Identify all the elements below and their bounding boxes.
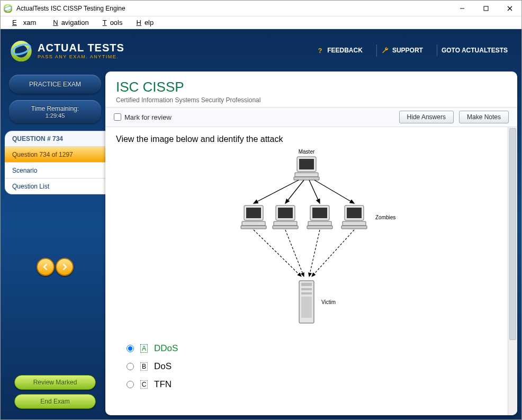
- minimize-button[interactable]: [450, 1, 474, 16]
- app-icon: [4, 4, 12, 13]
- next-question-button[interactable]: [56, 258, 74, 276]
- svg-line-23: [285, 230, 304, 276]
- practice-exam-pill[interactable]: PRACTICE EXAM: [9, 75, 101, 94]
- diagram-zombies-label: Zombies: [375, 215, 395, 220]
- close-button[interactable]: [498, 1, 521, 16]
- hide-answers-button[interactable]: Hide Answers: [399, 111, 454, 123]
- tab-scenario[interactable]: Scenario: [5, 163, 105, 178]
- answer-b[interactable]: B DoS: [127, 361, 497, 372]
- menu-tools[interactable]: Tools: [96, 17, 126, 28]
- logo-icon: [10, 39, 32, 61]
- answer-b-radio[interactable]: [127, 363, 134, 370]
- question-text: View the image below and identify the at…: [116, 135, 497, 144]
- answer-c-letter: C: [140, 380, 148, 389]
- question-body: View the image below and identify the at…: [105, 127, 517, 415]
- menu-help[interactable]: Help: [130, 17, 157, 28]
- svg-line-19: [285, 180, 304, 203]
- svg-line-21: [314, 180, 354, 203]
- sidebar: PRACTICE EXAM Time Remaining: 1:29:45 QU…: [5, 72, 105, 415]
- answer-b-letter: B: [140, 362, 148, 371]
- chevron-right-icon: [61, 263, 68, 271]
- svg-text:?: ?: [318, 47, 322, 54]
- answer-b-label: DoS: [154, 361, 172, 372]
- svg-line-20: [309, 180, 320, 203]
- exam-code: ISC CISSP: [116, 79, 507, 95]
- vertical-scrollbar[interactable]: [508, 127, 517, 415]
- brand-name: ACTUAL TESTS: [38, 42, 124, 54]
- end-exam-button[interactable]: End Exam: [14, 394, 96, 409]
- maximize-button[interactable]: [474, 1, 498, 16]
- chevron-left-icon: [42, 263, 49, 271]
- svg-line-22: [254, 230, 301, 276]
- tab-question-list[interactable]: Question List: [5, 178, 105, 194]
- svg-line-25: [312, 230, 354, 276]
- make-notes-button[interactable]: Make Notes: [459, 111, 509, 123]
- timer-value: 1:29:45: [46, 112, 65, 119]
- app-window: ActualTests ISC CISSP Testing Engine Exa…: [0, 0, 522, 420]
- svg-line-18: [254, 180, 299, 203]
- timer-label: Time Remaining:: [31, 105, 79, 112]
- menubar: Exam Navigation Tools Help: [1, 16, 521, 29]
- window-title: ActualTests ISC CISSP Testing Engine: [15, 5, 450, 12]
- scrollbar-thumb[interactable]: [509, 128, 516, 340]
- panel-toolbar: Mark for review Hide Answers Make Notes: [105, 107, 517, 127]
- goto-site-link[interactable]: GOTO ACTUALTESTS: [437, 44, 512, 56]
- answers-list: A DDoS B DoS C TFN: [127, 343, 497, 390]
- menu-exam[interactable]: Exam: [6, 17, 42, 28]
- wrench-icon: [381, 47, 389, 55]
- answer-c-label: TFN: [154, 379, 172, 390]
- mark-review-input[interactable]: [114, 113, 121, 121]
- tab-question-position[interactable]: Question 734 of 1297: [5, 147, 105, 163]
- prev-question-button[interactable]: [37, 258, 55, 276]
- titlebar: ActualTests ISC CISSP Testing Engine: [1, 1, 521, 16]
- panel-head: ISC CISSP Certified Information Systems …: [105, 72, 517, 107]
- answer-a-label: DDoS: [154, 343, 178, 354]
- question-scroll[interactable]: View the image below and identify the at…: [105, 127, 508, 415]
- review-marked-button[interactable]: Review Marked: [14, 375, 96, 390]
- exam-name: Certified Information Systems Security P…: [116, 96, 507, 104]
- answer-a-letter: A: [140, 344, 148, 353]
- svg-rect-3: [484, 6, 488, 11]
- answer-c[interactable]: C TFN: [127, 379, 497, 390]
- diagram-victim-label: Victim: [321, 299, 336, 305]
- question-panel: ISC CISSP Certified Information Systems …: [105, 72, 517, 415]
- feedback-link[interactable]: ? FEEDBACK: [312, 44, 367, 57]
- logo: ACTUAL TESTS PASS ANY EXAM. ANYTIME.: [10, 39, 124, 61]
- menu-navigation[interactable]: Navigation: [47, 17, 92, 28]
- content-row: PRACTICE EXAM Time Remaining: 1:29:45 QU…: [1, 72, 521, 419]
- answer-a-radio[interactable]: [127, 345, 134, 352]
- brand-slogan: PASS ANY EXAM. ANYTIME.: [38, 54, 124, 59]
- svg-point-0: [4, 4, 12, 12]
- answer-a[interactable]: A DDoS: [127, 343, 497, 354]
- attack-diagram: Master: [217, 149, 397, 329]
- diagram-master-label: Master: [299, 149, 315, 155]
- header-strip: ACTUAL TESTS PASS ANY EXAM. ANYTIME. ? F…: [1, 29, 521, 72]
- question-number-header: QUESTION # 734: [5, 131, 105, 147]
- support-link[interactable]: SUPPORT: [376, 44, 427, 57]
- timer-pill: Time Remaining: 1:29:45: [9, 100, 101, 123]
- answer-c-radio[interactable]: [127, 381, 134, 388]
- question-icon: ?: [316, 47, 324, 55]
- nav-arrows: [5, 258, 105, 276]
- app-body: ACTUAL TESTS PASS ANY EXAM. ANYTIME. ? F…: [1, 29, 521, 419]
- mark-review-label: Mark for review: [124, 113, 172, 121]
- mark-review-checkbox[interactable]: Mark for review: [114, 113, 172, 121]
- side-tabs: QUESTION # 734 Question 734 of 1297 Scen…: [5, 131, 105, 194]
